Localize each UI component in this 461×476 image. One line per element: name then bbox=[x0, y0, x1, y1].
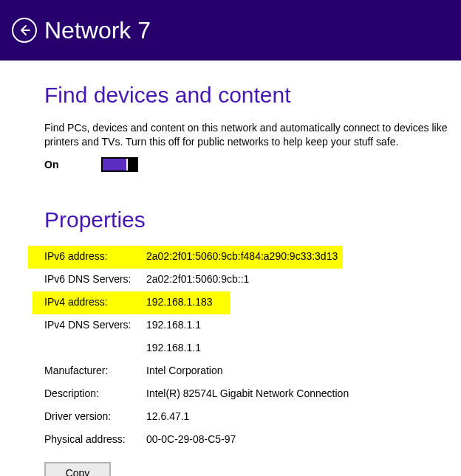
property-row-ipv4-dns-2: 192.168.1.1 bbox=[44, 337, 461, 360]
property-label: Physical address: bbox=[44, 433, 146, 445]
property-label: Manufacturer: bbox=[44, 365, 146, 376]
property-row-description: Description: Intel(R) 82574L Gigabit Net… bbox=[44, 383, 461, 406]
property-value: 00-0C-29-08-C5-97 bbox=[146, 433, 461, 445]
property-value: 192.168.1.183 bbox=[146, 296, 230, 308]
find-devices-description: Find PCs, devices and content on this ne… bbox=[44, 121, 451, 150]
property-row-ipv4-address: IPv4 address: 192.168.1.183 bbox=[33, 292, 230, 314]
properties-title: Properties bbox=[44, 207, 461, 232]
property-label: IPv6 address: bbox=[44, 250, 146, 262]
find-devices-toggle-row: On bbox=[44, 157, 461, 172]
toggle-knob bbox=[128, 157, 137, 172]
property-value: Intel(R) 82574L Gigabit Network Connecti… bbox=[146, 387, 461, 399]
toggle-fill bbox=[103, 159, 126, 170]
property-row-physical-address: Physical address: 00-0C-29-08-C5-97 bbox=[44, 429, 461, 452]
property-row-ipv6-address: IPv6 address: 2a02:2f01:5060:9cb:f484:a2… bbox=[28, 246, 343, 269]
toggle-state-label: On bbox=[44, 159, 58, 170]
property-value: 2a02:2f01:5060:9cb::1 bbox=[146, 273, 461, 285]
header-bar: Network 7 bbox=[0, 0, 461, 61]
property-row-driver-version: Driver version: 12.6.47.1 bbox=[44, 406, 461, 429]
property-row-ipv4-dns: IPv4 DNS Servers: 192.168.1.1 bbox=[44, 314, 461, 337]
property-row-ipv6-dns: IPv6 DNS Servers: 2a02:2f01:5060:9cb::1 bbox=[44, 269, 461, 292]
property-value: 192.168.1.1 bbox=[146, 342, 461, 353]
property-label: IPv4 address: bbox=[44, 296, 146, 308]
property-value: 192.168.1.1 bbox=[146, 319, 461, 331]
property-label: Description: bbox=[44, 387, 146, 399]
property-label: Driver version: bbox=[44, 410, 146, 422]
copy-button[interactable]: Copy bbox=[44, 462, 111, 476]
back-button[interactable] bbox=[12, 18, 37, 43]
find-devices-title: Find devices and content bbox=[44, 83, 461, 108]
property-label: IPv6 DNS Servers: bbox=[44, 273, 146, 285]
back-arrow-icon bbox=[18, 24, 31, 37]
property-label: IPv4 DNS Servers: bbox=[44, 319, 146, 331]
property-row-manufacturer: Manufacturer: Intel Corporation bbox=[44, 360, 461, 383]
page-title: Network 7 bbox=[44, 17, 151, 44]
content-area: Find devices and content Find PCs, devic… bbox=[0, 61, 461, 476]
property-value: 2a02:2f01:5060:9cb:f484:a290:9c33:3d13 bbox=[146, 250, 343, 262]
find-devices-toggle[interactable] bbox=[101, 157, 138, 172]
property-value: 12.6.47.1 bbox=[146, 410, 461, 422]
property-value: Intel Corporation bbox=[146, 365, 461, 376]
properties-list: IPv6 address: 2a02:2f01:5060:9cb:f484:a2… bbox=[44, 246, 461, 476]
